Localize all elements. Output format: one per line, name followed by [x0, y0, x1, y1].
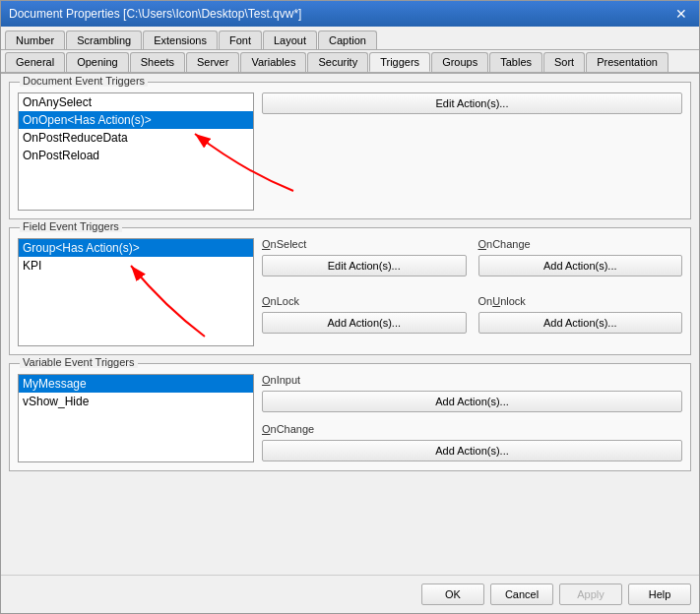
close-button[interactable]: ✕ [671, 6, 691, 22]
var-add-actions-oninput-button[interactable]: Add Action(s)... [262, 391, 682, 412]
tab-sort[interactable]: Sort [543, 52, 585, 72]
main-window: Document Properties [C:\Users\Icon\Deskt… [0, 0, 700, 614]
tab-bar-top: Number Scrambling Extensions Font Layout… [1, 27, 699, 50]
list-item-selected[interactable]: OnOpen<Has Action(s)> [19, 111, 253, 129]
var-onchange-label: OnChange [262, 423, 682, 435]
tab-presentation[interactable]: Presentation [586, 52, 668, 72]
onchange-group: OnChange Add Action(s)... [478, 238, 683, 289]
field-onchange-label: OnChange [478, 238, 683, 250]
oninput-label: OnInput [262, 374, 682, 386]
window-title: Document Properties [C:\Users\Icon\Deskt… [9, 7, 301, 21]
footer: OK Cancel Apply Help [1, 575, 699, 613]
field-event-triggers-label: Field Event Triggers [20, 220, 122, 232]
onunlock-label: OnUnlock [478, 295, 683, 307]
doc-edit-actions-button[interactable]: Edit Action(s)... [262, 92, 682, 114]
onselect-group: OnSelect Edit Action(s)... [262, 238, 467, 289]
tab-sheets[interactable]: Sheets [130, 52, 185, 72]
variable-event-triggers-content: MyMessage vShow_Hide OnInput Add Action(… [18, 374, 682, 462]
field-event-triggers-content: Group<Has Action(s)> KPI OnSelect Edit A… [18, 238, 682, 346]
list-item-selected[interactable]: MyMessage [19, 375, 253, 393]
field-event-triggers-group: Field Event Triggers Group<Has Action(s)… [9, 227, 691, 355]
tab-font[interactable]: Font [219, 31, 262, 49]
field-event-triggers-list[interactable]: Group<Has Action(s)> KPI [18, 238, 254, 346]
variable-event-triggers-group: Variable Event Triggers MyMessage vShow_… [9, 363, 691, 471]
tab-opening[interactable]: Opening [66, 52, 129, 72]
field-add-actions-onunlock-button[interactable]: Add Action(s)... [478, 312, 683, 334]
onselect-label: OnSelect [262, 238, 467, 250]
onlock-label: OnLock [262, 295, 467, 307]
tab-extensions[interactable]: Extensions [143, 31, 218, 49]
tab-bar-bottom: General Opening Sheets Server Variables … [1, 50, 699, 74]
doc-event-buttons: Edit Action(s)... [262, 92, 682, 211]
field-edit-actions-button[interactable]: Edit Action(s)... [262, 255, 467, 276]
tab-tables[interactable]: Tables [489, 52, 542, 72]
doc-event-triggers-list[interactable]: OnAnySelect OnOpen<Has Action(s)> OnPost… [18, 92, 254, 211]
var-add-actions-onchange-button[interactable]: Add Action(s)... [262, 440, 682, 461]
tab-groups[interactable]: Groups [431, 52, 488, 72]
list-item[interactable]: OnAnySelect [19, 93, 253, 111]
variable-event-triggers-list[interactable]: MyMessage vShow_Hide [18, 374, 254, 462]
tab-security[interactable]: Security [307, 52, 368, 72]
field-add-actions-onlock-button[interactable]: Add Action(s)... [262, 312, 467, 334]
list-item[interactable]: vShow_Hide [19, 393, 253, 410]
doc-event-triggers-label: Document Event Triggers [20, 75, 148, 87]
tab-general[interactable]: General [5, 52, 65, 72]
tab-number[interactable]: Number [5, 31, 65, 49]
ok-button[interactable]: OK [421, 583, 484, 605]
doc-event-triggers-group: Document Event Triggers OnAnySelect OnOp… [9, 82, 691, 219]
field-add-actions-onchange-button[interactable]: Add Action(s)... [478, 255, 683, 276]
oninput-group: OnInput Add Action(s)... [262, 374, 682, 413]
tab-server[interactable]: Server [186, 52, 239, 72]
help-button[interactable]: Help [628, 583, 691, 605]
var-onchange-group: OnChange Add Action(s)... [262, 423, 682, 462]
variable-event-buttons: OnInput Add Action(s)... OnChange Add Ac… [262, 374, 682, 462]
tab-scrambling[interactable]: Scrambling [66, 31, 142, 49]
tab-caption[interactable]: Caption [318, 31, 377, 49]
onlock-group: OnLock Add Action(s)... [262, 295, 467, 346]
list-item[interactable]: KPI [19, 257, 253, 275]
main-content: Document Event Triggers OnAnySelect OnOp… [1, 74, 699, 575]
variable-event-triggers-label: Variable Event Triggers [20, 356, 138, 368]
title-bar: Document Properties [C:\Users\Icon\Deskt… [1, 1, 699, 27]
onunlock-group: OnUnlock Add Action(s)... [478, 295, 683, 346]
list-item[interactable]: OnPostReduceData [19, 129, 253, 147]
tab-layout[interactable]: Layout [263, 31, 317, 49]
tab-triggers[interactable]: Triggers [369, 52, 430, 72]
tab-variables[interactable]: Variables [240, 52, 306, 72]
list-item[interactable]: OnPostReload [19, 147, 253, 164]
apply-button[interactable]: Apply [559, 583, 622, 605]
doc-event-triggers-content: OnAnySelect OnOpen<Has Action(s)> OnPost… [18, 92, 682, 211]
field-event-buttons: OnSelect Edit Action(s)... OnChange Add … [262, 238, 682, 346]
cancel-button[interactable]: Cancel [490, 583, 553, 605]
list-item-selected[interactable]: Group<Has Action(s)> [19, 239, 253, 257]
